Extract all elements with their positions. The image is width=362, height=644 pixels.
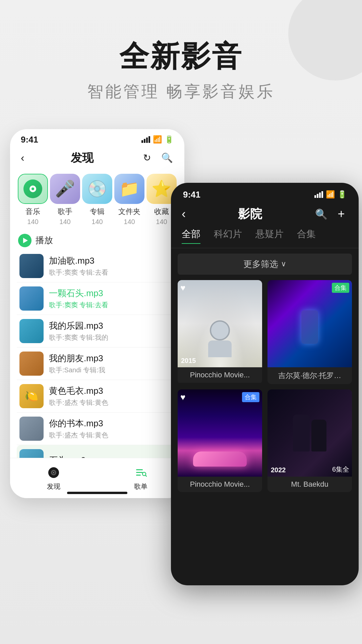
song-thumb-2 <box>19 286 44 311</box>
svg-line-8 <box>145 475 146 476</box>
sci-fi-car-figure <box>193 451 247 467</box>
song-item[interactable]: 加油歌.mp3 歌手:窦窦 专辑:去看 <box>17 250 178 282</box>
movie-title-2: 吉尔莫·德尔·托罗… <box>267 367 352 384</box>
folder-icon-wrap: 📁 <box>114 174 144 204</box>
song-list: 加油歌.mp3 歌手:窦窦 专辑:去看 一颗石头.mp3 歌手:窦窦 专辑:去看… <box>10 250 184 478</box>
more-filter-bar[interactable]: 更多筛选 ∨ <box>178 254 352 275</box>
right-nav-title: 影院 <box>238 206 262 222</box>
movie-heart-1: ♥ <box>180 283 185 293</box>
category-music-label: 音乐 <box>25 207 40 217</box>
movie-thumb-3: 合集 ♥ <box>178 389 262 477</box>
neon-figure <box>301 310 318 344</box>
folder-icon: 📁 <box>119 179 139 198</box>
song-info-5: 黄色毛衣.mp3 歌手:盛杰 专辑:黄色 <box>49 385 175 407</box>
song-info-4: 我的朋友.mp3 歌手:Sandi 专辑:我 <box>49 353 175 375</box>
filter-tabs: 全部 科幻片 悬疑片 合集 <box>171 228 359 248</box>
song-item[interactable]: 你的书本.mp3 歌手:盛杰 专辑:黄色 <box>17 413 178 445</box>
category-row: 音乐 140 🎤 歌手 140 💿 专辑 140 <box>10 168 184 231</box>
category-album[interactable]: 💿 专辑 140 <box>82 174 112 226</box>
song-meta-6: 歌手:盛杰 专辑:黄色 <box>49 431 175 440</box>
left-back-button[interactable]: ‹ <box>21 152 24 164</box>
song-info-2: 一颗石头.mp3 歌手:窦窦 专辑:去看 <box>49 287 175 310</box>
play-bar-text: 播放 <box>36 234 53 246</box>
play-triangle <box>23 238 28 243</box>
svg-rect-6 <box>136 475 141 476</box>
right-add-button[interactable]: + <box>335 207 348 221</box>
wifi-icon: 📶 <box>153 135 162 144</box>
movie-thumb-1: ♥ 2015 <box>178 280 262 367</box>
left-nav-bar: ‹ 发现 ↻ 🔍 <box>10 148 184 168</box>
song-meta-3: 歌手:窦窦 专辑:我的 <box>49 333 175 342</box>
left-status-bar: 9:41 📶 🔋 <box>10 129 184 148</box>
movie-thumb-4: 2022 6集全 <box>267 389 352 477</box>
battery-icon-right: 🔋 <box>338 190 347 199</box>
movie-card-2[interactable]: 合集 吉尔莫·德尔·托罗… <box>267 280 352 384</box>
star-icon: ⭐ <box>152 179 172 198</box>
song-thumb-1 <box>19 254 44 278</box>
category-album-label: 专辑 <box>90 207 105 217</box>
hero-subtitle: 智能管理 畅享影音娱乐 <box>0 81 362 102</box>
song-name-2: 一颗石头.mp3 <box>49 287 175 299</box>
movie-title-1: Pinocchio Movie... <box>178 367 262 383</box>
song-name-5: 黄色毛衣.mp3 <box>49 385 175 397</box>
collection-badge-2: 合集 <box>332 283 349 293</box>
svg-rect-5 <box>136 472 143 473</box>
right-time: 9:41 <box>183 190 200 200</box>
movie-title-4: Mt. Baekdu <box>267 477 352 492</box>
right-nav-icons: 🔍 + <box>314 207 348 221</box>
music-icon-inner <box>29 185 36 192</box>
filter-tab-all[interactable]: 全部 <box>182 228 200 244</box>
movie-title-3: Pinocchio Movie... <box>178 477 262 492</box>
album-icon-wrap: 💿 <box>82 174 112 204</box>
svg-point-3 <box>53 472 54 473</box>
filter-tab-collection[interactable]: 合集 <box>297 228 316 244</box>
search-button[interactable]: 🔍 <box>160 151 174 165</box>
category-folder-label: 文件夹 <box>118 207 140 217</box>
song-item[interactable]: 一颗石头.mp3 歌手:窦窦 专辑:去看 <box>17 282 178 315</box>
screenshots-container: 9:41 📶 🔋 ‹ 发现 ↻ 🔍 <box>0 122 362 592</box>
tab-discover-label: 发现 <box>47 482 60 491</box>
right-search-button[interactable]: 🔍 <box>314 207 328 221</box>
song-item[interactable]: 我的乐园.mp3 歌手:窦窦 专辑:我的 <box>17 315 178 347</box>
category-music[interactable]: 音乐 140 <box>18 174 48 226</box>
song-meta-5: 歌手:盛杰 专辑:黄色 <box>49 398 175 407</box>
song-meta-1: 歌手:窦窦 专辑:去看 <box>49 268 175 277</box>
category-folder-count: 140 <box>124 218 135 226</box>
right-status-icons: 📶 🔋 <box>314 190 347 199</box>
song-info-6: 你的书本.mp3 歌手:盛杰 专辑:黄色 <box>49 418 175 440</box>
left-nav-icons: ↻ 🔍 <box>140 151 174 165</box>
svg-rect-4 <box>136 469 143 470</box>
category-singer-label: 歌手 <box>58 207 72 217</box>
movie-card-4[interactable]: 2022 6集全 Mt. Baekdu <box>267 389 352 492</box>
refresh-button[interactable]: ↻ <box>140 151 154 165</box>
left-time: 9:41 <box>21 135 38 145</box>
song-info-1: 加油歌.mp3 歌手:窦窦 专辑:去看 <box>49 255 175 277</box>
song-name-1: 加油歌.mp3 <box>49 255 175 267</box>
left-nav-title: 发现 <box>71 150 94 166</box>
category-album-count: 140 <box>92 218 103 226</box>
category-favorites-label: 收藏 <box>154 207 169 217</box>
right-back-button[interactable]: ‹ <box>182 207 186 221</box>
play-bar[interactable]: 播放 <box>10 231 184 250</box>
movie-heart-3: ♥ <box>180 392 185 402</box>
category-singer[interactable]: 🎤 歌手 140 <box>50 174 80 226</box>
music-icon-dot <box>32 187 34 190</box>
discover-tab-icon <box>46 465 61 480</box>
playlist-icon <box>135 467 147 479</box>
collection-badge-3: 合集 <box>242 392 259 402</box>
song-item[interactable]: 🍋 黄色毛衣.mp3 歌手:盛杰 专辑:黄色 <box>17 380 178 413</box>
filter-tab-scifi[interactable]: 科幻片 <box>214 228 242 244</box>
chevron-down-icon: ∨ <box>281 260 286 268</box>
movie-card-1[interactable]: ♥ 2015 Pinocchio Movie... <box>178 280 262 384</box>
movie-year-4: 2022 <box>271 466 286 474</box>
song-thumb-4 <box>19 352 44 376</box>
battery-icon: 🔋 <box>165 135 174 144</box>
right-nav-bar: ‹ 影院 🔍 + <box>171 203 359 228</box>
right-status-bar: 9:41 📶 🔋 <box>171 183 359 203</box>
movie-thumb-2: 合集 <box>267 280 352 367</box>
category-folder[interactable]: 📁 文件夹 140 <box>114 174 144 226</box>
filter-tab-mystery[interactable]: 悬疑片 <box>255 228 284 244</box>
song-item[interactable]: 我的朋友.mp3 歌手:Sandi 专辑:我 <box>17 347 178 380</box>
movie-card-3[interactable]: 合集 ♥ Pinocchio Movie... <box>178 389 262 492</box>
song-thumb-3 <box>19 319 44 343</box>
